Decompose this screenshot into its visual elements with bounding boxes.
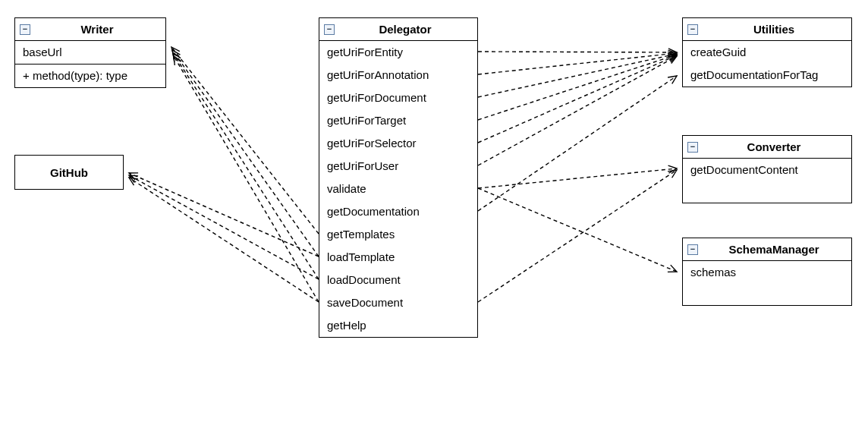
class-header: GitHub — [15, 156, 123, 189]
diagram-canvas: − Writer baseUrl + method(type): type Gi… — [0, 0, 868, 428]
member-row: getHelp — [319, 314, 477, 337]
collapse-icon[interactable]: − — [324, 24, 335, 35]
class-schemamanager[interactable]: − SchemaManager schemas — [682, 238, 852, 306]
member-row: getDocumentContent — [683, 159, 851, 181]
operation-row: + method(type): type — [15, 65, 165, 87]
svg-line-9 — [478, 170, 677, 302]
member-row: loadTemplate — [319, 246, 477, 269]
svg-line-4 — [478, 55, 677, 143]
svg-line-14 — [129, 175, 319, 279]
member-row: getDocumentationForTag — [683, 64, 851, 87]
member-row: getUriForDocument — [319, 87, 477, 109]
member-row: saveDocument — [319, 291, 477, 314]
collapse-icon[interactable]: − — [687, 244, 698, 255]
class-header: − Utilities — [683, 18, 851, 41]
class-title: Delegator — [338, 23, 473, 36]
member-row: validate — [319, 178, 477, 200]
svg-line-15 — [174, 56, 319, 302]
class-title: Converter — [701, 140, 847, 153]
class-header: − SchemaManager — [683, 238, 851, 261]
empty-compartment — [683, 284, 851, 305]
class-github[interactable]: GitHub — [14, 155, 124, 190]
class-header: − Delegator — [319, 18, 477, 41]
svg-line-16 — [129, 178, 319, 302]
collapse-icon[interactable]: − — [20, 24, 30, 35]
member-row: getUriForSelector — [319, 132, 477, 155]
class-delegator[interactable]: − Delegator getUriForEntity getUriForAnn… — [319, 17, 478, 338]
member-row: schemas — [683, 261, 851, 284]
svg-line-1 — [478, 53, 677, 74]
member-row: getUriForEntity — [319, 41, 477, 64]
collapse-icon[interactable]: − — [687, 24, 698, 35]
member-row: getDocumentation — [319, 200, 477, 223]
svg-line-10 — [171, 47, 319, 234]
class-converter[interactable]: − Converter getDocumentContent — [682, 135, 852, 203]
collapse-icon[interactable]: − — [687, 142, 698, 153]
svg-line-5 — [478, 56, 677, 165]
class-title: Utilities — [701, 23, 847, 36]
svg-line-6 — [478, 168, 677, 188]
class-header: − Writer — [15, 18, 165, 41]
class-header: − Converter — [683, 136, 851, 159]
svg-line-12 — [129, 173, 319, 256]
member-row: getTemplates — [319, 223, 477, 246]
svg-line-0 — [478, 52, 677, 52]
class-writer[interactable]: − Writer baseUrl + method(type): type — [14, 17, 166, 88]
member-row: createGuid — [683, 41, 851, 64]
member-row: getUriForUser — [319, 155, 477, 178]
member-row: getUriForTarget — [319, 109, 477, 132]
member-row: loadDocument — [319, 269, 477, 291]
class-title: GitHub — [20, 166, 118, 179]
svg-line-8 — [478, 76, 677, 211]
class-title: Writer — [33, 23, 161, 36]
member-row: getUriForAnnotation — [319, 64, 477, 87]
svg-line-7 — [478, 188, 677, 272]
attribute-row: baseUrl — [15, 41, 165, 64]
svg-line-13 — [173, 53, 319, 279]
class-utilities[interactable]: − Utilities createGuid getDocumentationF… — [682, 17, 852, 87]
svg-line-11 — [172, 50, 319, 256]
svg-line-2 — [478, 54, 677, 97]
svg-line-3 — [478, 55, 677, 120]
empty-compartment — [683, 181, 851, 203]
class-title: SchemaManager — [701, 243, 847, 256]
